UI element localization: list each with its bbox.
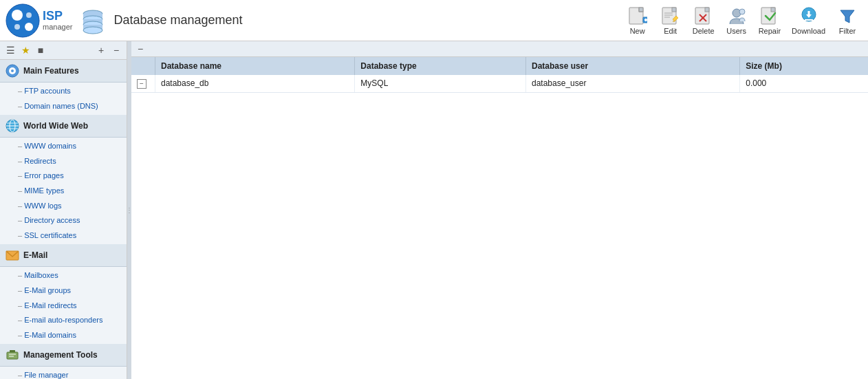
sidebar-item-ftp-accounts[interactable]: FTP accounts — [0, 84, 127, 99]
sidebar-item-email-domains[interactable]: E-Mail domains — [0, 328, 127, 343]
repair-icon — [760, 6, 779, 25]
expand-icon[interactable]: + — [95, 44, 107, 56]
main-features-label: Main Features — [23, 66, 79, 76]
repair-button[interactable]: Repair — [755, 3, 785, 38]
sidebar-item-email-redirects[interactable]: E-Mail redirects — [0, 299, 127, 314]
toolbar: New Edit — [622, 3, 862, 38]
email-icon — [6, 248, 19, 262]
new-icon — [628, 6, 647, 25]
table-header: Database name Database type Database use… — [131, 57, 868, 75]
svg-point-11 — [83, 27, 102, 34]
col-database-type[interactable]: Database type — [355, 57, 526, 75]
sidebar-links-email: Mailboxes E-Mail groups E-Mail redirects… — [0, 267, 127, 344]
download-icon — [799, 6, 818, 25]
management-label: Management Tools — [23, 350, 98, 360]
sidebar-item-file-manager[interactable]: File manager — [0, 368, 127, 379]
new-label: New — [630, 27, 645, 35]
edit-icon — [661, 6, 680, 25]
table-container: Database name Database type Database use… — [131, 57, 868, 379]
delete-label: Delete — [693, 27, 715, 35]
logo-manager: manager — [43, 23, 72, 31]
sidebar-item-mime-types[interactable]: MIME types — [0, 184, 127, 199]
sidebar-section-email: E-Mail Mailboxes E-Mail groups E-Mail re… — [0, 244, 127, 344]
cell-database-user: database_user — [526, 75, 740, 92]
main-layout: ☰ ★ ■ + − Main Features FTP accounts Dom… — [0, 41, 868, 379]
sidebar-item-email-groups[interactable]: E-Mail groups — [0, 283, 127, 299]
sidebar-item-www-domains[interactable]: WWW domains — [0, 139, 127, 154]
sidebar-links-management: File manager Databases Scheduler (cron) … — [0, 367, 127, 379]
filter-icon — [838, 6, 857, 25]
repair-label: Repair — [759, 27, 781, 35]
management-icon — [6, 348, 19, 362]
delete-button[interactable]: Delete — [688, 3, 719, 38]
edit-label: Edit — [664, 27, 677, 35]
cell-database-name: database_db — [155, 75, 355, 92]
sidebar-item-mailboxes[interactable]: Mailboxes — [0, 268, 127, 283]
delete-icon — [694, 6, 713, 25]
sidebar-item-domain-names[interactable]: Domain names (DNS) — [0, 99, 127, 114]
col-indicator — [131, 57, 155, 75]
www-label: World Wide Web — [23, 121, 88, 131]
row-collapse-btn[interactable]: − — [137, 79, 147, 89]
sidebar-item-redirects[interactable]: Redirects — [0, 154, 127, 169]
col-database-name[interactable]: Database name — [155, 57, 355, 75]
svg-rect-45 — [7, 352, 18, 359]
cell-database-type: MySQL — [355, 75, 526, 92]
content-toolbar: − — [131, 41, 868, 57]
svg-rect-32 — [771, 8, 775, 12]
edit-button[interactable]: Edit — [655, 3, 686, 38]
sidebar-item-directory-access[interactable]: Directory access — [0, 213, 127, 228]
sidebar-section-management: Management Tools File manager Databases … — [0, 344, 127, 379]
table-body: − database_db MySQL database_user 0.000 — [131, 75, 868, 92]
users-label: Users — [726, 27, 746, 35]
users-button[interactable]: Users — [721, 3, 752, 38]
sidebar-section-header-www[interactable]: World Wide Web — [0, 115, 127, 138]
sidebar-item-ssl-certificates[interactable]: SSL certificates — [0, 228, 127, 243]
logo-svg — [6, 3, 40, 38]
col-database-user[interactable]: Database user — [526, 57, 740, 75]
svg-rect-46 — [10, 350, 15, 352]
logo-isp: ISP — [43, 10, 72, 23]
star-icon[interactable]: ★ — [19, 44, 32, 56]
svg-rect-13 — [639, 8, 643, 12]
sidebar-section-header-management[interactable]: Management Tools — [0, 344, 127, 367]
sidebar-section-main-features: Main Features FTP accounts Domain names … — [0, 60, 127, 115]
logo: ISP manager — [6, 3, 72, 38]
www-icon — [6, 119, 19, 133]
database-icon — [79, 7, 107, 34]
page-title: Database management — [113, 13, 242, 28]
collapse-icon[interactable]: − — [110, 44, 122, 56]
collapse-tree-button[interactable]: − — [134, 43, 147, 55]
cell-database-size: 0.000 — [740, 75, 868, 92]
sidebar-links-main: FTP accounts Domain names (DNS) — [0, 83, 127, 115]
filter-label: Filter — [839, 27, 856, 35]
svg-point-4 — [14, 24, 20, 30]
sidebar-item-error-pages[interactable]: Error pages — [0, 169, 127, 184]
users-icon — [727, 6, 746, 25]
main-features-icon — [6, 64, 19, 78]
sidebar: ☰ ★ ■ + − Main Features FTP accounts Dom… — [0, 41, 127, 379]
row-collapse-cell: − — [131, 75, 155, 92]
page-title-area: Database management — [72, 7, 622, 34]
content-area: − Database name Database type Database u… — [131, 41, 868, 379]
svg-point-38 — [11, 69, 14, 72]
filter-button[interactable]: Filter — [832, 3, 862, 38]
sidebar-section-header-main[interactable]: Main Features — [0, 60, 127, 83]
sidebar-item-www-logs[interactable]: WWW logs — [0, 199, 127, 214]
svg-point-0 — [6, 4, 39, 37]
download-button[interactable]: Download — [788, 3, 829, 38]
list-view-icon[interactable]: ☰ — [4, 44, 17, 56]
svg-marker-35 — [840, 10, 854, 23]
svg-point-2 — [25, 23, 33, 31]
new-button[interactable]: New — [622, 3, 653, 38]
col-database-size[interactable]: Size (Mb) — [740, 57, 868, 75]
svg-rect-20 — [672, 8, 676, 12]
sidebar-section-header-email[interactable]: E-Mail — [0, 244, 127, 267]
sidebar-item-email-autoresponders[interactable]: E-mail auto-responders — [0, 313, 127, 328]
sidebar-section-www: World Wide Web WWW domains Redirects Err… — [0, 115, 127, 244]
svg-point-30 — [739, 9, 745, 14]
header: ISP manager Database management — [0, 0, 868, 41]
database-table: Database name Database type Database use… — [131, 57, 868, 93]
table-row[interactable]: − database_db MySQL database_user 0.000 — [131, 75, 868, 92]
group-icon[interactable]: ■ — [34, 44, 47, 56]
